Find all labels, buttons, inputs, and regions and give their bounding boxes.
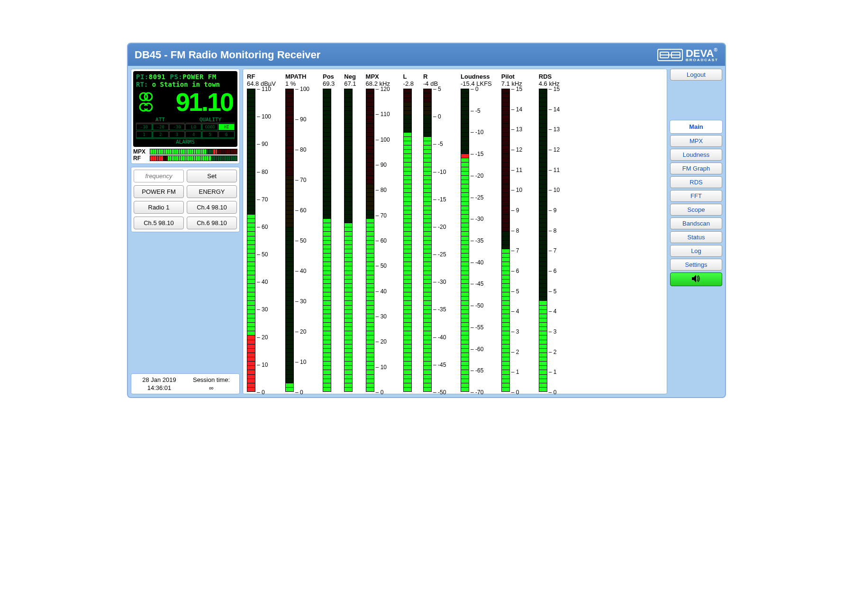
lcd-quality-label: QUALITY <box>186 117 235 123</box>
meter-pos: Pos69.3 <box>323 73 335 392</box>
nav-menu: MainMPXLoudnessFM GraphRDSFFTScopeBandsc… <box>670 120 722 271</box>
lcd-att-label: ATT <box>136 117 184 123</box>
logout-button[interactable]: Logout <box>670 69 722 81</box>
meter-loudness: Loudness-15.4 LKFS-70-65-60-55-50-45-40-… <box>461 73 492 392</box>
page-title: DB45 - FM Radio Monitoring Receiver <box>135 49 320 61</box>
mini-meter-rf: RF <box>133 155 237 162</box>
lcd-pi-ps: PI:8091 PS:POWER FM <box>136 73 235 81</box>
nav-loudness[interactable]: Loudness <box>670 149 722 161</box>
logo-icon <box>657 49 683 61</box>
app-frame: DB45 - FM Radio Monitoring Receiver DEVA… <box>127 43 726 398</box>
frequency-input[interactable] <box>134 170 184 182</box>
meter-r: R-4 dB-50-45-40-35-30-25-20-15-10-505 <box>423 73 451 392</box>
brand-subtext: BROADCAST <box>686 58 718 62</box>
brand-logo: DEVA® BROADCAST <box>657 47 718 62</box>
preset-button[interactable]: ENERGY <box>187 185 237 198</box>
mini-meter-mpx: MPX <box>133 148 237 155</box>
left-panel: PI:8091 PS:POWER FM RT: o Station in tow… <box>131 69 240 394</box>
nav-fft[interactable]: FFT <box>670 190 722 202</box>
status-date: 28 Jan 2019 <box>134 376 185 383</box>
status-session-label: Session time: <box>186 376 237 383</box>
meter-pilot: Pilot7.1 kHz0123456789101112131415 <box>501 73 529 392</box>
svg-point-4 <box>145 93 152 100</box>
nav-rds[interactable]: RDS <box>670 176 722 188</box>
nav-status[interactable]: Status <box>670 231 722 243</box>
lcd-alarm-cells: 123456 <box>136 131 235 138</box>
set-button[interactable]: Set <box>187 170 237 182</box>
nav-mpx[interactable]: MPX <box>670 135 722 147</box>
meter-mpath: MPATH1 %0102030405060708090100 <box>285 73 313 392</box>
preset-button[interactable]: Radio 1 <box>134 201 184 214</box>
nav-main[interactable]: Main <box>670 120 722 133</box>
sound-button[interactable] <box>670 272 722 286</box>
meter-l: L-2.8 <box>403 73 414 392</box>
lcd-alarms-label: ALARMS <box>136 138 235 145</box>
lcd-frequency: 91.10 <box>136 88 235 117</box>
right-panel: Logout MainMPXLoudnessFM GraphRDSFFTScop… <box>670 69 722 394</box>
preset-panel: Set POWER FM ENERGY Radio 1 Ch.4 98.10 C… <box>131 167 240 232</box>
status-panel: 28 Jan 2019 Session time: 14:36:01 ∞ <box>131 373 240 394</box>
preset-button[interactable]: Ch.5 98.10 <box>134 217 184 229</box>
meter-mpx: MPX68.2 kHz0102030405060708090100110120 <box>366 73 394 392</box>
title-bar: DB45 - FM Radio Monitoring Receiver DEVA… <box>128 44 725 66</box>
stereo-icon <box>138 91 154 112</box>
nav-settings[interactable]: Settings <box>670 259 722 271</box>
nav-scope[interactable]: Scope <box>670 204 722 216</box>
meter-rds: RDS4.6 kHz0123456789101112131415 <box>539 73 567 392</box>
nav-fm-graph[interactable]: FM Graph <box>670 163 722 174</box>
lcd-att-quality-cells: -10-20-30LOGOODHI <box>136 123 235 131</box>
lcd-block: PI:8091 PS:POWER FM RT: o Station in tow… <box>131 69 240 164</box>
preset-button[interactable]: POWER FM <box>134 185 184 198</box>
nav-bandscan[interactable]: Bandscan <box>670 217 722 229</box>
meters-panel: RF64.8 dBµV0102030405060708090100110MPAT… <box>243 69 667 394</box>
status-session: ∞ <box>186 384 237 391</box>
meter-neg: Neg67.1 <box>344 73 356 392</box>
meter-rf: RF64.8 dBµV0102030405060708090100110 <box>247 73 276 392</box>
preset-button[interactable]: Ch.6 98.10 <box>187 217 237 229</box>
preset-button[interactable]: Ch.4 98.10 <box>187 201 237 214</box>
lcd-rt: RT: o Station in town <box>136 81 235 88</box>
status-time: 14:36:01 <box>134 384 185 391</box>
nav-log[interactable]: Log <box>670 245 722 257</box>
speaker-icon <box>691 277 701 284</box>
